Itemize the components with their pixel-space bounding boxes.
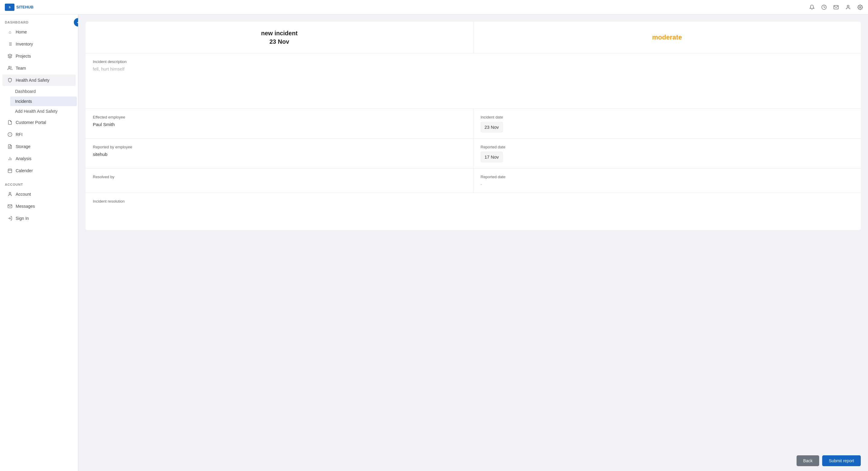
analysis-icon	[7, 156, 13, 161]
incident-resolution-section: Incident resolution	[86, 193, 861, 230]
logo-box: S	[5, 4, 14, 11]
storage-icon	[7, 144, 13, 149]
incident-date-value: 23 Nov	[481, 122, 503, 133]
svg-point-1	[847, 5, 849, 7]
footer-actions: Back Submit report	[797, 455, 861, 466]
sidebar-item-messages[interactable]: Messages	[2, 201, 76, 212]
reported-by-row: Reported by employee sitehub Reported da…	[86, 139, 861, 169]
sidebar-subitem-dashboard-label: Dashboard	[15, 89, 36, 94]
reported-date-value: 17 Nov	[481, 152, 503, 162]
sidebar-item-calender-label: Calender	[16, 168, 33, 173]
logo: S SITEHUB	[5, 4, 33, 11]
sidebar-item-customer-portal[interactable]: Customer Portal	[2, 117, 76, 128]
incident-card: new incident 23 Nov moderate Incident de…	[86, 22, 861, 230]
dashboard-section-label: DASHBOARD	[0, 14, 78, 26]
projects-icon	[7, 53, 13, 59]
incident-title-section: new incident 23 Nov	[86, 22, 473, 53]
incident-title-line2: 23 Nov	[270, 38, 289, 45]
clock-icon[interactable]	[821, 4, 827, 10]
customer-portal-icon	[7, 120, 13, 125]
sign-in-icon	[7, 215, 13, 221]
incident-resolution-label: Incident resolution	[93, 199, 854, 204]
svg-point-10	[8, 66, 10, 68]
account-icon	[7, 192, 13, 197]
reported-by-label: Reported by employee	[93, 145, 466, 149]
inventory-icon	[7, 41, 13, 47]
svg-rect-19	[8, 169, 12, 173]
incident-severity-section: moderate	[473, 22, 861, 53]
sidebar-item-home[interactable]: ⌂ Home	[2, 26, 76, 38]
sidebar: ◀ DASHBOARD ⌂ Home Inventory Projects Te…	[0, 14, 79, 471]
main-layout: ◀ DASHBOARD ⌂ Home Inventory Projects Te…	[0, 14, 868, 471]
reported-by-value: sitehub	[93, 152, 466, 157]
logo-text: SITEHUB	[16, 5, 33, 9]
severity-badge: moderate	[652, 33, 682, 41]
incident-date-col: Incident date 23 Nov	[473, 109, 861, 139]
effected-employee-value: Paul Smith	[93, 122, 466, 127]
bell-icon[interactable]	[809, 4, 815, 10]
resolved-date-col: Reported date -	[473, 169, 861, 193]
sidebar-item-customer-portal-label: Customer Portal	[16, 120, 46, 125]
sidebar-item-account-label: Account	[16, 192, 31, 197]
sidebar-item-projects[interactable]: Projects	[2, 50, 76, 62]
reported-date-label: Reported date	[481, 145, 854, 149]
topbar-icons	[809, 4, 863, 10]
reported-date-col: Reported date 17 Nov	[473, 139, 861, 168]
rfi-icon	[7, 132, 13, 137]
sidebar-item-inventory[interactable]: Inventory	[2, 38, 76, 50]
sidebar-subitem-add-health-safety-label: Add Health And Safety	[15, 109, 58, 114]
sidebar-item-account[interactable]: Account	[2, 188, 76, 200]
sidebar-item-storage[interactable]: Storage	[2, 141, 76, 152]
sidebar-item-calender[interactable]: Calender	[2, 165, 76, 176]
resolved-date-label: Reported date	[481, 175, 854, 179]
settings-icon[interactable]	[857, 4, 863, 10]
health-safety-icon	[7, 78, 13, 83]
sidebar-item-health-safety-label: Health And Safety	[16, 78, 50, 83]
sidebar-item-team-label: Team	[16, 66, 26, 70]
svg-point-23	[9, 193, 10, 194]
back-button[interactable]: Back	[797, 455, 819, 466]
mail-icon[interactable]	[833, 4, 839, 10]
messages-icon	[7, 204, 13, 209]
resolved-by-label: Resolved by	[93, 175, 466, 179]
sidebar-item-messages-label: Messages	[16, 204, 35, 209]
home-icon: ⌂	[7, 29, 13, 35]
effected-employee-label: Effected employee	[93, 115, 466, 119]
health-safety-submenu: Dashboard Incidents Add Health And Safet…	[9, 86, 78, 116]
sidebar-item-sign-in-label: Sign In	[16, 216, 29, 221]
svg-point-2	[860, 6, 861, 8]
sidebar-item-team[interactable]: Team	[2, 62, 76, 74]
incident-description-label: Incident description	[93, 59, 854, 64]
sidebar-item-analysis[interactable]: Analysis	[2, 153, 76, 164]
incident-title-line1: new incident	[261, 30, 298, 36]
sidebar-subitem-incidents-label: Incidents	[15, 99, 32, 104]
account-section-label: ACCOUNT	[0, 177, 78, 188]
submit-report-button[interactable]: Submit report	[822, 455, 861, 466]
sidebar-subitem-incidents[interactable]: Incidents	[10, 96, 77, 106]
team-icon	[7, 65, 13, 71]
svg-marker-9	[8, 54, 12, 56]
incident-header: new incident 23 Nov moderate	[86, 22, 861, 53]
incident-description-section: Incident description fell, hurt himself	[86, 53, 861, 109]
sidebar-item-rfi-label: RFI	[16, 132, 23, 137]
effected-employee-row: Effected employee Paul Smith Incident da…	[86, 109, 861, 139]
sidebar-item-storage-label: Storage	[16, 144, 30, 149]
incident-description-content: fell, hurt himself	[93, 66, 854, 102]
user-icon[interactable]	[845, 4, 851, 10]
sidebar-subitem-add-health-safety[interactable]: Add Health And Safety	[10, 107, 77, 116]
effected-employee-col: Effected employee Paul Smith	[86, 109, 473, 139]
incident-date-label: Incident date	[481, 115, 854, 119]
topbar: S SITEHUB	[0, 0, 868, 14]
resolved-by-row: Resolved by Reported date -	[86, 169, 861, 193]
calender-icon	[7, 168, 13, 173]
sidebar-item-rfi[interactable]: RFI	[2, 129, 76, 140]
reported-by-col: Reported by employee sitehub	[86, 139, 473, 168]
sidebar-item-sign-in[interactable]: Sign In	[2, 213, 76, 224]
sidebar-item-health-safety[interactable]: Health And Safety	[2, 75, 76, 86]
sidebar-item-analysis-label: Analysis	[16, 156, 31, 161]
sidebar-subitem-dashboard[interactable]: Dashboard	[10, 87, 77, 96]
sidebar-item-home-label: Home	[16, 30, 27, 34]
sidebar-item-inventory-label: Inventory	[16, 41, 33, 47]
resolved-date-value: -	[481, 181, 854, 187]
main-content: new incident 23 Nov moderate Incident de…	[79, 14, 868, 471]
